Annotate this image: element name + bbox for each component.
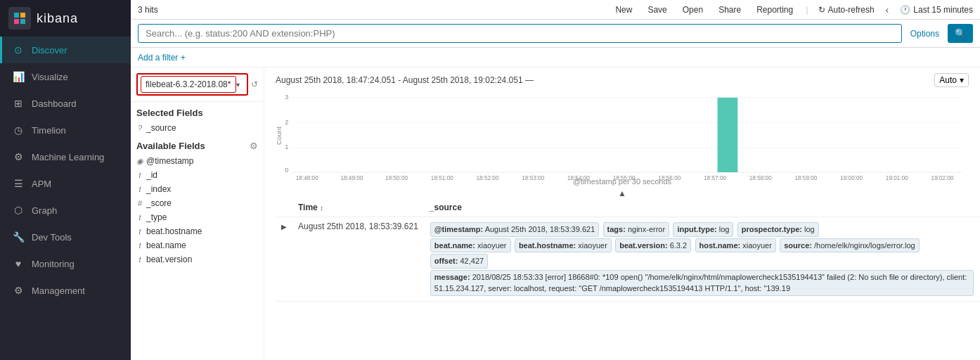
index-selector: filebeat-6.3.2-2018.08* ↺ <box>131 68 264 102</box>
field-item-index[interactable]: t _index <box>131 182 264 196</box>
svg-text:18:49:00: 18:49:00 <box>340 174 363 181</box>
chart-area: August 25th 2018, 18:47:24.051 - August … <box>264 68 980 198</box>
field-name: _type <box>146 212 167 222</box>
topbar: 3 hits New Save Open Share Reporting | ↻… <box>131 0 980 20</box>
visualize-icon: 📊 <box>12 71 25 82</box>
svg-text:18:59:00: 18:59:00 <box>794 174 817 181</box>
field-item-beat-name[interactable]: t beat.name <box>131 238 264 252</box>
new-button[interactable]: New <box>612 5 635 15</box>
index-pattern-dropdown[interactable]: filebeat-6.3.2-2018.08* <box>141 76 236 93</box>
field-type-icon: t <box>136 171 143 179</box>
source-tag-beat-version: beat.version: 6.3.2 <box>615 238 691 253</box>
auto-refresh-button[interactable]: ↻ Auto-refresh <box>818 5 875 15</box>
sidebar-item-apm[interactable]: ☰ APM <box>0 170 131 197</box>
sidebar-item-timelion[interactable]: ◷ Timelion <box>0 117 131 143</box>
field-type-icon: ? <box>136 124 143 132</box>
chart-time-range: August 25th 2018, 18:47:24.051 - August … <box>276 75 534 85</box>
kibana-logo-text: kibana <box>37 11 78 26</box>
reporting-button[interactable]: Reporting <box>754 5 796 15</box>
available-fields-title: Available Fields <box>136 141 205 151</box>
filter-bar: Add a filter + <box>131 48 980 68</box>
field-item-beat-version[interactable]: t beat.version <box>131 252 264 266</box>
clock-icon: 🕐 <box>900 5 910 15</box>
svg-text:Count: Count <box>276 127 283 145</box>
field-item-type[interactable]: t _type <box>131 210 264 224</box>
left-panel: filebeat-6.3.2-2018.08* ↺ Selected Field… <box>131 68 264 360</box>
logo-box <box>8 7 31 30</box>
auto-interval-dropdown[interactable]: Auto ▾ <box>934 73 969 87</box>
sidebar-item-monitoring[interactable]: ♥ Monitoring <box>0 250 131 277</box>
results-table-area: Time ↕ _source ▶ August 25th 2018, 18:53… <box>264 198 980 360</box>
time-range-button[interactable]: 🕐 Last 15 minutes <box>900 5 973 15</box>
source-tag-beat-hostname: beat.hostname: xiaoyuer <box>515 238 612 253</box>
sidebar-item-machine-learning[interactable]: ⚙ Machine Learning <box>0 143 131 170</box>
available-fields-header: Available Fields ⚙ <box>131 135 264 154</box>
hits-count: 3 hits <box>138 5 158 15</box>
add-filter-button[interactable]: Add a filter + <box>138 53 186 63</box>
field-name: _id <box>146 170 157 180</box>
gear-icon[interactable]: ⚙ <box>250 141 258 151</box>
options-button[interactable]: Options <box>906 29 943 39</box>
collapse-chart-button[interactable]: ▲ <box>618 188 626 198</box>
field-type-icon: t <box>136 227 143 236</box>
svg-text:18:57:00: 18:57:00 <box>704 174 726 181</box>
sidebar-item-discover[interactable]: ⊙ Discover <box>0 37 131 63</box>
sidebar-item-dev-tools[interactable]: 🔧 Dev Tools <box>0 224 131 250</box>
field-name: beat.name <box>146 240 186 250</box>
sidebar-item-management[interactable]: ⚙ Management <box>0 277 131 304</box>
field-type-icon: ◉ <box>136 157 143 166</box>
svg-text:2: 2 <box>285 118 288 126</box>
sidebar-item-label: APM <box>32 179 51 189</box>
refresh-fields-icon[interactable]: ↺ <box>251 79 258 89</box>
main-content: 3 hits New Save Open Share Reporting | ↻… <box>131 0 980 360</box>
table-row: ▶ August 25th 2018, 18:53:39.621 @timest… <box>276 217 980 302</box>
source-tag-offset: offset: 42,427 <box>430 254 488 269</box>
field-name: beat.version <box>146 255 192 264</box>
sidebar-item-graph[interactable]: ⬡ Graph <box>0 197 131 224</box>
field-name: _source <box>146 123 176 133</box>
svg-text:19:02:00: 19:02:00 <box>931 174 954 181</box>
search-input[interactable] <box>138 24 902 43</box>
prev-time-button[interactable]: ‹ <box>884 4 891 15</box>
monitoring-icon: ♥ <box>12 258 25 269</box>
sort-icon: ↕ <box>320 205 323 212</box>
svg-text:18:48:00: 18:48:00 <box>296 174 318 181</box>
sidebar-item-visualize[interactable]: 📊 Visualize <box>0 63 131 90</box>
open-button[interactable]: Open <box>680 5 706 15</box>
svg-text:18:55:00: 18:55:00 <box>613 174 636 181</box>
sidebar-item-label: Machine Learning <box>32 152 104 162</box>
svg-rect-13 <box>718 98 738 172</box>
svg-text:19:00:00: 19:00:00 <box>840 174 863 181</box>
right-panel: August 25th 2018, 18:47:24.051 - August … <box>264 68 980 360</box>
field-item-score[interactable]: # _score <box>131 196 264 210</box>
sidebar-item-dashboard[interactable]: ⊞ Dashboard <box>0 90 131 117</box>
sidebar-item-label: Graph <box>32 205 57 216</box>
save-button[interactable]: Save <box>645 5 669 15</box>
field-type-icon: t <box>136 241 143 250</box>
source-tag-tags: tags: nginx-error <box>603 222 670 237</box>
field-name: _index <box>146 184 171 194</box>
sidebar-item-label: Visualize <box>32 72 68 82</box>
field-item-id[interactable]: t _id <box>131 168 264 182</box>
svg-text:18:58:00: 18:58:00 <box>749 174 772 181</box>
field-item-timestamp[interactable]: ◉ @timestamp <box>131 154 264 168</box>
share-button[interactable]: Share <box>716 5 744 15</box>
field-item-beat-hostname[interactable]: t beat.hostname <box>131 224 264 238</box>
search-bar: Options 🔍 <box>131 20 980 48</box>
sidebar-item-label: Dev Tools <box>32 232 72 243</box>
field-item-source[interactable]: ? _source <box>131 121 264 135</box>
dev-tools-icon: 🔧 <box>12 231 25 243</box>
chart-svg: 3 2 1 0 Count 18:48:00 <box>276 90 969 181</box>
svg-text:0: 0 <box>285 166 288 174</box>
field-type-icon: t <box>136 255 143 264</box>
field-name: beat.hostname <box>146 226 202 236</box>
selected-fields-title: Selected Fields <box>131 102 264 121</box>
svg-text:3: 3 <box>285 93 288 101</box>
expand-row-button[interactable]: ▶ <box>281 223 287 231</box>
svg-rect-3 <box>20 19 25 24</box>
sidebar-item-label: Monitoring <box>32 259 75 269</box>
source-tag-input-type: input.type: log <box>673 222 733 237</box>
field-name: @timestamp <box>146 156 194 166</box>
chart-header: August 25th 2018, 18:47:24.051 - August … <box>276 73 969 87</box>
search-go-button[interactable]: 🔍 <box>948 24 973 43</box>
